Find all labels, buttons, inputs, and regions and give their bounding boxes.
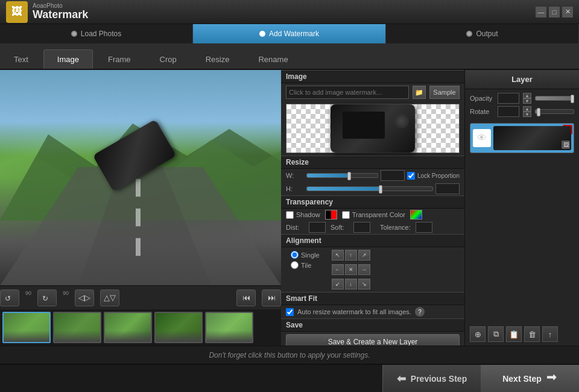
shadow-checkbox-label[interactable]: Shadow: [286, 211, 320, 219]
close-button[interactable]: ✕: [562, 7, 573, 17]
align-middle-right[interactable]: →: [358, 264, 370, 275]
layer-tools: ⊕ ⧉ 📋 🗑 ↑: [465, 323, 579, 346]
help-icon[interactable]: ?: [415, 307, 425, 317]
resize-section-header: Resize: [281, 156, 464, 169]
prev-step-button[interactable]: ⬅ Previous Step: [382, 365, 481, 392]
single-radio[interactable]: [291, 251, 299, 259]
height-value-input[interactable]: 3.79: [435, 183, 460, 194]
alignment-radio-group: Single Tile: [286, 250, 324, 270]
app-title: Watermark: [33, 9, 88, 21]
next-step-label: Next Step: [502, 374, 542, 384]
alignment-grid-middle: ← ✕ →: [332, 264, 370, 275]
transparency-row-1: Shadow Transparent Color: [281, 209, 464, 221]
tab-resize[interactable]: Resize: [192, 49, 244, 69]
maximize-button[interactable]: □: [549, 7, 560, 17]
rotate-slider[interactable]: [535, 109, 574, 114]
layer-tool-new[interactable]: ⊕: [470, 326, 486, 342]
smart-fit-row: Auto resize watermark to fit all images.…: [281, 305, 464, 318]
step-bar: Load Photos Add Watermark Output: [0, 24, 579, 43]
soft-input[interactable]: 2: [353, 222, 370, 233]
layer-tool-paste[interactable]: 📋: [506, 326, 522, 342]
height-slider-thumb[interactable]: [379, 185, 382, 194]
align-top-right[interactable]: ↗: [358, 250, 370, 261]
prev-image-button[interactable]: ⏮: [236, 289, 256, 306]
tab-crop[interactable]: Crop: [146, 49, 191, 69]
auto-resize-checkbox[interactable]: [286, 308, 294, 316]
opacity-spin-up[interactable]: ▲: [523, 93, 531, 98]
transparent-color-checkbox[interactable]: [342, 211, 350, 219]
tab-frame[interactable]: Frame: [94, 49, 145, 69]
transparent-color-label[interactable]: Transparent Color: [342, 211, 405, 219]
shadow-checkbox[interactable]: [286, 211, 294, 219]
height-slider-track[interactable]: [306, 186, 433, 191]
tolerance-label: Tolerance:: [380, 224, 411, 231]
opacity-row: Opacity 100 ▲ ▼: [470, 93, 574, 104]
browse-image-button[interactable]: 📁: [413, 86, 426, 99]
opacity-spin-down[interactable]: ▼: [523, 98, 531, 104]
minimize-button[interactable]: —: [536, 7, 546, 17]
tab-text[interactable]: Text: [0, 49, 42, 69]
next-image-button[interactable]: ⏭: [262, 289, 281, 306]
window-controls: — □ ✕: [536, 7, 573, 17]
align-middle-left[interactable]: ←: [332, 264, 344, 275]
transparent-color-swatch[interactable]: [410, 210, 422, 220]
road-decoration: [0, 167, 281, 285]
step-output[interactable]: Output: [386, 24, 579, 43]
next-step-button[interactable]: Next Step ⮕: [481, 365, 579, 392]
align-top-left[interactable]: ↖: [332, 250, 344, 261]
width-slider-thumb[interactable]: [347, 172, 351, 180]
opacity-spinner: ▲ ▼: [523, 93, 531, 104]
step-load-photos[interactable]: Load Photos: [0, 24, 193, 43]
layer-tool-copy[interactable]: ⧉: [488, 326, 504, 342]
transparency-section-header: Transparency: [281, 195, 464, 209]
rotate-spin-up[interactable]: ▲: [523, 106, 531, 112]
thumbnail-5[interactable]: [205, 312, 253, 343]
layer-tool-delete[interactable]: 🗑: [524, 326, 540, 342]
thumbnail-1[interactable]: [2, 312, 51, 343]
rotate-ccw-90-button[interactable]: ↺: [0, 289, 19, 306]
rotate-slider-thumb[interactable]: [537, 108, 540, 116]
tab-image[interactable]: Image: [43, 49, 93, 69]
step-add-watermark[interactable]: Add Watermark: [193, 24, 386, 43]
sample-button[interactable]: Sample: [429, 86, 460, 99]
dist-label: Dist:: [286, 224, 304, 231]
thumbnail-3[interactable]: [104, 312, 152, 343]
dist-input[interactable]: 5: [309, 222, 326, 233]
width-value-input[interactable]: 3.79: [381, 170, 405, 181]
align-bottom-right[interactable]: ↘: [358, 279, 370, 289]
align-bottom-left[interactable]: ↙: [332, 279, 344, 289]
soft-label: Soft:: [331, 224, 349, 231]
flip-vertical-button[interactable]: △▽: [100, 289, 119, 306]
width-slider-track[interactable]: [306, 173, 378, 178]
rotate-cw-90-button[interactable]: ↻: [37, 289, 57, 306]
opacity-slider-fill: [536, 96, 574, 100]
preview-panel: ↺ 90 ↻ 90 ◁▷ △▽ ⏮ ⏭: [0, 70, 281, 346]
rotate-input[interactable]: 0: [498, 106, 519, 117]
tab-rename[interactable]: Rename: [244, 49, 302, 69]
settings-panel: Image 📁 Sample Resize W: 3.79 Lock Prop: [281, 70, 464, 346]
layer-eye-icon[interactable]: 👁: [473, 129, 491, 147]
opacity-input[interactable]: 100: [498, 93, 519, 104]
lock-proportion-label: Lock Proportion: [417, 172, 460, 179]
opacity-slider[interactable]: [535, 96, 574, 101]
psp-image-preview: [331, 104, 415, 153]
align-bottom-center[interactable]: ↓: [345, 279, 357, 289]
thumbnail-4[interactable]: [154, 312, 203, 343]
svg-rect-6: [136, 238, 141, 255]
tolerance-input[interactable]: 10: [416, 222, 432, 233]
save-create-layer-button[interactable]: Save & Create a New Layer: [286, 334, 460, 346]
save-section: Save & Create a New Layer: [281, 332, 464, 346]
align-top-center[interactable]: ↑: [345, 250, 357, 261]
lock-proportion-checkbox[interactable]: [407, 172, 415, 180]
align-center[interactable]: ✕: [345, 264, 357, 275]
flip-horizontal-button[interactable]: ◁▷: [75, 289, 94, 306]
single-radio-label[interactable]: Single: [291, 251, 320, 259]
image-path-input[interactable]: [286, 86, 409, 99]
thumbnail-2[interactable]: [53, 312, 101, 343]
shadow-color-swatch[interactable]: [325, 210, 337, 220]
layer-tool-up[interactable]: ↑: [542, 326, 558, 342]
rotate-spin-down[interactable]: ▼: [523, 112, 531, 117]
opacity-slider-thumb[interactable]: [571, 95, 574, 103]
tile-radio-label[interactable]: Tile: [291, 261, 311, 269]
tile-radio[interactable]: [291, 261, 299, 269]
